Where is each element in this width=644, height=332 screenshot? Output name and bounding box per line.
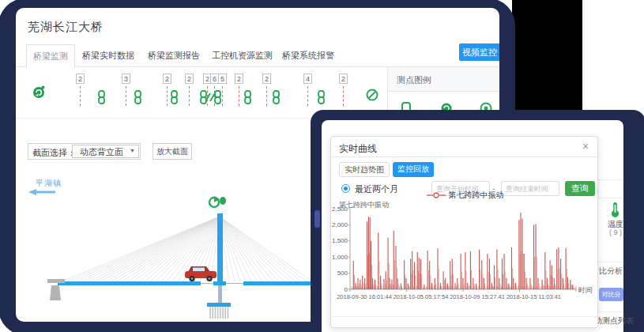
compare-analysis-button[interactable]: 对比分析 (599, 288, 623, 301)
svg-text:1,500: 1,500 (332, 237, 348, 244)
sensor-count-badge: 3 (122, 74, 130, 84)
chevron-down-icon: ▼ (130, 148, 135, 153)
background-black-region (512, 0, 583, 111)
no-entry-icon (365, 88, 379, 102)
sensor-dash-line (167, 86, 168, 106)
svg-text:1,000: 1,000 (332, 254, 348, 261)
legend-panel-title: 测点图例 (397, 74, 431, 86)
vibration-chart: 05001,0001,5002,0002,5002018-09-30 16:01… (331, 205, 599, 301)
zoom-section-button[interactable]: 放大截面 (153, 143, 192, 160)
svg-text:500: 500 (337, 270, 348, 277)
link-sensor-icon[interactable] (170, 90, 179, 104)
sensor-count-badge: 2 (185, 74, 194, 84)
chart-xlabel: 时间 (578, 285, 593, 296)
link-sensor-icon[interactable] (97, 90, 106, 104)
sensor-dash-line (80, 86, 81, 106)
main-tab-2[interactable]: 桥梁监测报告 (148, 50, 200, 62)
link-sensor-icon[interactable] (317, 90, 326, 104)
bridge-diagram (22, 190, 316, 320)
sensor-count-badge: 5 (218, 74, 227, 84)
dialog-tab-1[interactable]: 监控回放 (393, 162, 434, 177)
dialog-header-divider (331, 157, 597, 157)
close-icon[interactable]: × (582, 140, 589, 153)
realtime-curve-dialog: 实时曲线 × 实时趋势图监控回放 最近两个月 - 查询 第七跨跨中振动 第七跨跨… (330, 136, 598, 328)
sensor-dash-line (222, 86, 223, 106)
bridge-location-label: 平湖镇 (36, 178, 62, 189)
sensor-count-badge: 2 (235, 74, 243, 84)
sensor-count-badge: 2 (163, 74, 171, 84)
link-sensor-icon[interactable] (272, 90, 281, 104)
stopwatch-icon[interactable] (32, 85, 47, 99)
thermometer-icon[interactable] (609, 202, 621, 218)
sensor-dash-line (189, 86, 190, 106)
svg-text:2018-09-30 16:01:44: 2018-09-30 16:01:44 (337, 293, 392, 300)
background-white-region (582, 0, 644, 111)
temperature-count: ( 9 ) (600, 228, 631, 236)
sensor-count-badge: 2 (339, 74, 348, 84)
scrollbar-thumb[interactable] (314, 210, 320, 228)
sensor-count-badge: 4 (303, 74, 312, 84)
dialog-footer-divider (331, 316, 597, 317)
rotation-sensor-icon (209, 196, 226, 207)
svg-text:0: 0 (345, 286, 348, 293)
sensor-dash-line (126, 86, 126, 106)
sensor-dash-line (307, 86, 308, 106)
sensor-count-badge: 2 (262, 74, 271, 84)
main-tab-0[interactable]: 桥梁监测 (26, 44, 75, 67)
svg-text:2018-10-09 15:27:41: 2018-10-09 15:27:41 (450, 293, 505, 300)
svg-text:2018-10-15 11:03:41: 2018-10-15 11:03:41 (507, 293, 561, 300)
sensor-dash-line (239, 86, 239, 106)
sensor-dash-line (343, 86, 344, 106)
page-title: 芜湖长江大桥 (28, 20, 104, 35)
dialog-tab-0[interactable]: 实时趋势图 (339, 162, 390, 177)
svg-text:2,500: 2,500 (332, 206, 348, 213)
main-tab-4[interactable]: 桥梁系统报警 (282, 50, 334, 62)
section-select-label: 截面选择： (32, 147, 76, 159)
sensor-dash-line (266, 86, 267, 106)
legend-marker-icon (427, 191, 446, 199)
link-sensor-icon[interactable] (134, 90, 142, 104)
legend-series-label: 第七跨跨中振动 (449, 190, 504, 201)
sensor-count-badge: 2 (76, 74, 85, 84)
main-tab-3[interactable]: 工控机资源监测 (212, 50, 273, 62)
svg-text:2,000: 2,000 (332, 221, 348, 228)
svg-text:2018-10-05 05:17:54: 2018-10-05 05:17:54 (394, 293, 449, 300)
joint-marks-icon (203, 92, 217, 103)
chart-legend: 第七跨跨中振动 (331, 191, 599, 200)
link-sensor-icon[interactable] (243, 90, 252, 104)
dialog-title: 实时曲线 (339, 142, 377, 156)
main-tab-1[interactable]: 桥梁实时数据 (82, 50, 134, 62)
video-monitor-button[interactable]: 视频监控 (459, 43, 499, 61)
